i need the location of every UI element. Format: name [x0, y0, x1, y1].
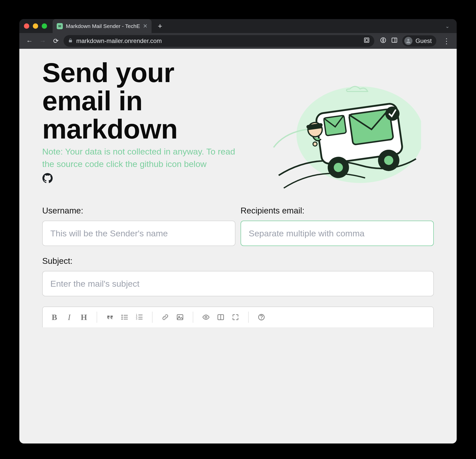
recipients-label: Recipients email:	[241, 206, 434, 216]
bold-button[interactable]: B	[50, 313, 59, 322]
github-link[interactable]	[42, 173, 53, 185]
page-title: Send your email in markdown	[42, 58, 241, 143]
close-window-button[interactable]	[24, 23, 29, 29]
forward-button[interactable]: →	[37, 35, 48, 47]
ordered-list-button[interactable]: 123	[135, 313, 144, 321]
svg-rect-3	[392, 38, 397, 42]
svg-rect-21	[124, 317, 128, 318]
tab-close-icon[interactable]: ✕	[143, 23, 147, 29]
svg-point-17	[313, 142, 317, 146]
window-controls	[24, 23, 47, 29]
username-label: Username:	[42, 206, 235, 216]
profile-label: Guest	[415, 37, 432, 44]
svg-rect-23	[124, 319, 128, 319]
privacy-note: Note: Your data is not collected in anyw…	[42, 145, 241, 171]
editor-toolbar: B I H 123	[42, 307, 434, 327]
italic-button[interactable]: I	[65, 313, 74, 322]
svg-point-36	[261, 318, 262, 319]
unordered-list-button[interactable]	[120, 313, 129, 321]
page-content: Send your email in markdown Note: Your d…	[19, 49, 457, 443]
github-icon	[42, 173, 53, 183]
title-bar: ✉ Markdown Mail Sender - TechE ✕ + ⌄	[19, 19, 457, 33]
url-text: markdown-mailer.onrender.com	[76, 37, 360, 44]
browser-window: ✉ Markdown Mail Sender - TechE ✕ + ⌄ ← →…	[19, 19, 457, 443]
install-app-icon[interactable]	[364, 37, 370, 45]
svg-point-22	[122, 318, 123, 320]
preview-button[interactable]	[201, 313, 211, 321]
svg-rect-27	[138, 317, 142, 318]
link-button[interactable]	[161, 313, 170, 321]
address-bar[interactable]: markdown-mailer.onrender.com	[64, 35, 374, 47]
svg-rect-29	[138, 319, 142, 319]
profile-chip[interactable]: Guest	[402, 35, 436, 47]
leaf-icon[interactable]	[380, 37, 386, 45]
quote-button[interactable]	[105, 313, 114, 321]
svg-point-20	[122, 317, 123, 318]
help-button[interactable]	[257, 313, 266, 321]
svg-rect-30	[177, 315, 183, 320]
avatar-icon	[404, 37, 412, 45]
username-input[interactable]	[42, 221, 235, 246]
svg-text:3: 3	[136, 317, 137, 320]
subject-input[interactable]	[42, 271, 434, 296]
image-button[interactable]	[175, 313, 185, 321]
hero-section: Send your email in markdown Note: Your d…	[42, 58, 434, 191]
svg-rect-0	[364, 38, 369, 42]
svg-rect-9	[324, 115, 346, 136]
toolbar-right-icons: Guest ⋮	[380, 35, 452, 47]
svg-rect-19	[124, 315, 128, 316]
svg-point-5	[407, 39, 409, 41]
svg-point-32	[205, 316, 207, 318]
heading-button[interactable]: H	[79, 313, 88, 322]
minimize-window-button[interactable]	[33, 23, 38, 29]
side-panel-icon[interactable]	[391, 37, 398, 45]
side-by-side-button[interactable]	[216, 313, 225, 321]
back-button[interactable]: ←	[24, 35, 35, 47]
tabs-dropdown-icon[interactable]: ⌄	[445, 23, 450, 29]
browser-tab[interactable]: ✉ Markdown Mail Sender - TechE ✕	[53, 19, 152, 33]
svg-rect-25	[138, 315, 142, 315]
recipients-input[interactable]	[241, 221, 434, 246]
lock-icon	[68, 38, 73, 44]
subject-label: Subject:	[42, 256, 434, 266]
form-section: Username: Recipients email: Subject:	[42, 206, 434, 327]
fullscreen-button[interactable]	[231, 313, 240, 321]
tab-favicon: ✉	[57, 23, 63, 29]
new-tab-button[interactable]: +	[158, 22, 162, 30]
tab-title: Markdown Mail Sender - TechE	[66, 23, 140, 29]
maximize-window-button[interactable]	[42, 23, 47, 29]
reload-button[interactable]: ⟳	[50, 35, 62, 47]
toolbar-row: ← → ⟳ markdown-mailer.onrender.com	[19, 33, 457, 49]
svg-rect-1	[365, 39, 368, 41]
menu-icon[interactable]: ⋮	[441, 37, 452, 45]
svg-point-18	[122, 315, 123, 316]
delivery-illustration	[263, 74, 421, 191]
